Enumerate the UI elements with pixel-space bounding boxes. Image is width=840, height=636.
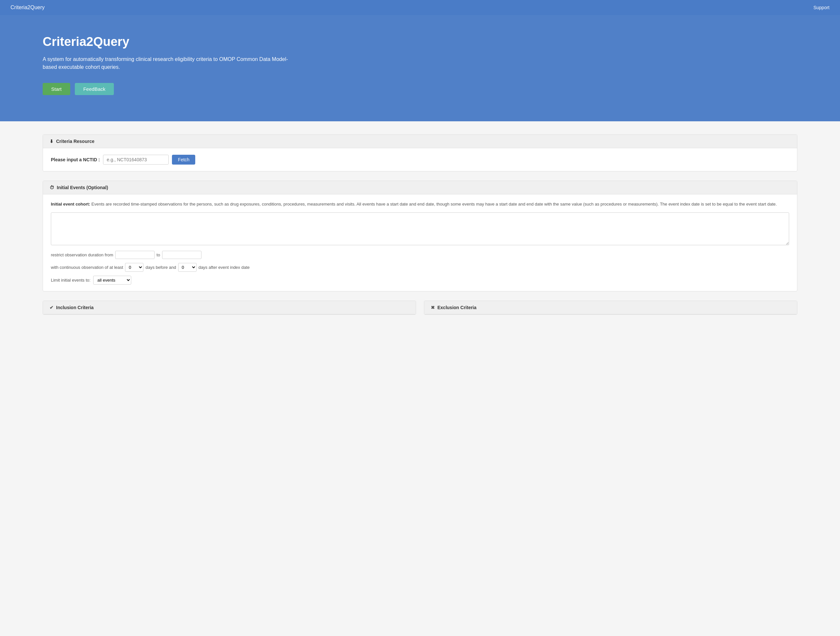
continuous-obs-row: with continuous observation of at least … (51, 263, 789, 272)
nctid-label: Please input a NCTID : (51, 157, 100, 162)
clock-icon (49, 185, 54, 190)
days-after-label: days after event index date (199, 265, 250, 270)
start-button[interactable]: Start (43, 83, 70, 95)
observation-to-label: to (156, 252, 160, 257)
fetch-button[interactable]: Fetch (172, 155, 195, 165)
observation-label: restrict observation duration from (51, 252, 113, 257)
observation-to-input[interactable] (162, 251, 202, 259)
inclusion-header: Inclusion Criteria (43, 301, 416, 314)
initial-events-title: Initial Events (Optional) (57, 185, 108, 190)
exclusion-criteria-card: Exclusion Criteria (424, 301, 797, 315)
hero-buttons: Start FeedBack (43, 83, 797, 95)
exclusion-title: Exclusion Criteria (437, 305, 477, 310)
check-icon (49, 305, 54, 310)
initial-event-text: Events are recorded time-stamped observa… (92, 202, 777, 206)
observation-row: restrict observation duration from to (51, 251, 789, 259)
times-icon (431, 305, 435, 310)
days-before-select[interactable]: 0 1 7 30 90 180 365 (125, 263, 144, 272)
criteria-resource-header: Criteria Resource (43, 135, 797, 148)
nctid-row: Please input a NCTID : Fetch (51, 155, 789, 165)
download-icon (49, 139, 54, 144)
initial-event-label: Initial event cohort: (51, 202, 90, 206)
hero-subtitle: A system for automatically transforming … (43, 55, 292, 71)
days-after-select[interactable]: 0 1 7 30 90 180 365 (178, 263, 197, 272)
limit-events-select[interactable]: all events earliest event latest event (93, 276, 131, 285)
initial-events-textarea[interactable] (51, 213, 789, 245)
inclusion-title: Inclusion Criteria (56, 305, 93, 310)
navbar-brand[interactable]: Criteria2Query (11, 5, 45, 11)
hero-section: Criteria2Query A system for automaticall… (0, 15, 840, 121)
navbar: Criteria2Query Support (0, 0, 840, 15)
inclusion-exclusion-row: Inclusion Criteria Exclusion Criteria (43, 301, 797, 315)
continuous-label: with continuous observation of at least (51, 265, 123, 270)
nctid-input[interactable] (103, 155, 169, 165)
days-before-label: days before and (145, 265, 176, 270)
limit-label: Limit initial events to: (51, 278, 90, 283)
initial-events-header: Initial Events (Optional) (43, 181, 797, 194)
criteria-resource-body: Please input a NCTID : Fetch (43, 148, 797, 171)
initial-events-info: Initial event cohort: Events are recorde… (51, 201, 789, 208)
initial-events-card: Initial Events (Optional) Initial event … (43, 181, 797, 291)
navbar-support[interactable]: Support (813, 5, 829, 10)
hero-title: Criteria2Query (43, 35, 797, 49)
inclusion-criteria-card: Inclusion Criteria (43, 301, 416, 315)
observation-from-input[interactable] (115, 251, 155, 259)
feedback-button[interactable]: FeedBack (75, 83, 114, 95)
exclusion-header: Exclusion Criteria (424, 301, 797, 314)
criteria-resource-title: Criteria Resource (56, 139, 95, 144)
initial-events-body: Initial event cohort: Events are recorde… (43, 194, 797, 291)
main-content: Criteria Resource Please input a NCTID :… (0, 121, 840, 328)
criteria-resource-card: Criteria Resource Please input a NCTID :… (43, 134, 797, 172)
limit-row: Limit initial events to: all events earl… (51, 276, 789, 285)
